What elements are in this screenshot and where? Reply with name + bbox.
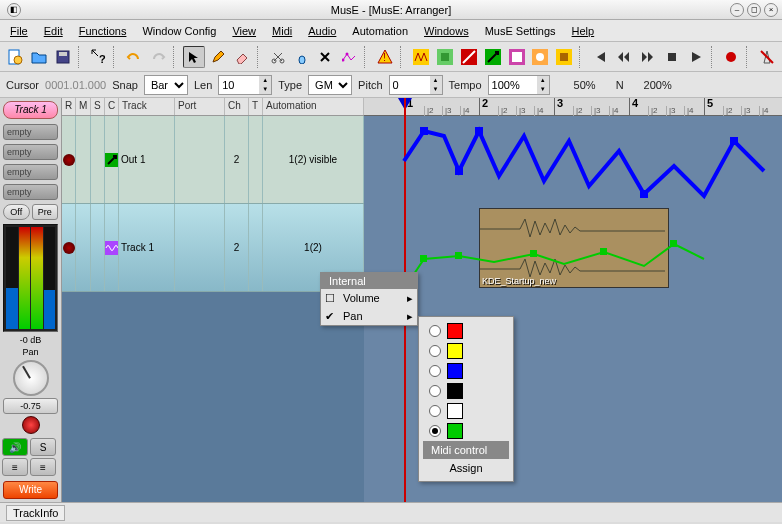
- menu-view[interactable]: View: [226, 23, 262, 39]
- tempo-input[interactable]: [489, 76, 537, 94]
- write-button[interactable]: Write: [3, 481, 58, 499]
- maximize-button[interactable]: ◻: [747, 3, 761, 17]
- ruler[interactable]: 1 |2 |3 |4 2 |2 |3 |4 3 |2 |3 |4 4 |2 |3…: [364, 98, 782, 116]
- col-ch[interactable]: Ch: [225, 98, 249, 115]
- menu-window-config[interactable]: Window Config: [136, 23, 222, 39]
- open-file-icon[interactable]: [28, 46, 50, 68]
- len-spinbox[interactable]: ▲▼: [218, 75, 272, 95]
- glue-tool-icon[interactable]: [291, 46, 313, 68]
- menu-audio[interactable]: Audio: [302, 23, 342, 39]
- color-option[interactable]: [423, 361, 509, 381]
- track-name[interactable]: Out 1: [119, 116, 175, 203]
- mute-tool-icon[interactable]: [315, 46, 337, 68]
- col-r[interactable]: R: [62, 98, 76, 115]
- redo-icon[interactable]: [147, 46, 169, 68]
- col-t[interactable]: T: [249, 98, 263, 115]
- play-icon[interactable]: [685, 46, 707, 68]
- track-row[interactable]: Track 1 2 1(2): [62, 204, 364, 292]
- color-option[interactable]: [423, 421, 509, 441]
- track-type-a-icon[interactable]: [410, 46, 432, 68]
- color-option[interactable]: [423, 401, 509, 421]
- pan-knob[interactable]: [13, 360, 49, 396]
- context-menu-automation[interactable]: Internal ☐ Volume ▸ ✔ Pan ▸: [320, 272, 418, 326]
- col-s[interactable]: S: [91, 98, 105, 115]
- minimize-button[interactable]: –: [730, 3, 744, 17]
- menu-functions[interactable]: Functions: [73, 23, 133, 39]
- pitch-input[interactable]: [390, 76, 430, 94]
- status-trackinfo[interactable]: TrackInfo: [6, 505, 65, 521]
- zoom-200[interactable]: 200%: [644, 79, 672, 91]
- track-row[interactable]: Out 1 2 1(2) visible: [62, 116, 364, 204]
- trackinfo-header[interactable]: Track 1: [3, 101, 58, 119]
- eraser-tool-icon[interactable]: [231, 46, 253, 68]
- undo-icon[interactable]: [123, 46, 145, 68]
- col-m[interactable]: M: [76, 98, 91, 115]
- col-c[interactable]: C: [105, 98, 119, 115]
- routing-b-icon[interactable]: ≡: [30, 458, 56, 476]
- menu-automation[interactable]: Automation: [346, 23, 414, 39]
- track-type-d-icon[interactable]: [482, 46, 504, 68]
- track-name[interactable]: Track 1: [119, 204, 175, 291]
- track-ch[interactable]: 2: [225, 204, 249, 291]
- color-submenu[interactable]: Midi control Assign: [418, 316, 514, 482]
- track-type-e-icon[interactable]: [506, 46, 528, 68]
- menu-midi[interactable]: Midi: [266, 23, 298, 39]
- plugin-slot[interactable]: empty: [3, 144, 58, 160]
- rewind-start-icon[interactable]: [589, 46, 611, 68]
- off-button[interactable]: Off: [3, 204, 30, 220]
- ctx-item-volume[interactable]: ☐ Volume ▸: [321, 289, 417, 307]
- automation-tool-icon[interactable]: [338, 46, 360, 68]
- track-type-g-icon[interactable]: [553, 46, 575, 68]
- forward-icon[interactable]: [637, 46, 659, 68]
- zoom-n[interactable]: N: [616, 79, 624, 91]
- plugin-slot[interactable]: empty: [3, 164, 58, 180]
- track-ch[interactable]: 2: [225, 116, 249, 203]
- close-button[interactable]: ×: [764, 3, 778, 17]
- zoom-50[interactable]: 50%: [574, 79, 596, 91]
- stop-icon[interactable]: [661, 46, 683, 68]
- len-input[interactable]: [219, 76, 259, 94]
- solo-icon[interactable]: S: [30, 438, 56, 456]
- track-automation[interactable]: 1(2) visible: [263, 116, 364, 203]
- track-type-c-icon[interactable]: [458, 46, 480, 68]
- col-track[interactable]: Track: [119, 98, 175, 115]
- color-option[interactable]: [423, 341, 509, 361]
- rec-arm-icon[interactable]: [22, 416, 40, 434]
- rewind-icon[interactable]: [613, 46, 635, 68]
- menu-edit[interactable]: Edit: [38, 23, 69, 39]
- pencil-tool-icon[interactable]: [207, 46, 229, 68]
- pitch-spinbox[interactable]: ▲▼: [389, 75, 443, 95]
- ctx-midi-control[interactable]: Midi control: [423, 441, 509, 459]
- rec-dot-icon[interactable]: [63, 242, 75, 254]
- save-file-icon[interactable]: [52, 46, 74, 68]
- pan-value[interactable]: -0.75: [3, 398, 58, 414]
- whatsthis-icon[interactable]: ?: [88, 46, 110, 68]
- plugin-slot[interactable]: empty: [3, 184, 58, 200]
- color-option[interactable]: [423, 321, 509, 341]
- automation-curve-out[interactable]: [364, 116, 782, 204]
- plugin-slot[interactable]: empty: [3, 124, 58, 140]
- tempo-spinbox[interactable]: ▲▼: [488, 75, 550, 95]
- pointer-tool-icon[interactable]: [183, 46, 205, 68]
- ctx-assign[interactable]: Assign: [423, 459, 509, 477]
- app-menu-icon[interactable]: ◧: [7, 3, 21, 17]
- ctx-item-pan[interactable]: ✔ Pan ▸: [321, 307, 417, 325]
- snap-select[interactable]: Bar: [144, 75, 188, 95]
- col-port[interactable]: Port: [175, 98, 225, 115]
- metronome-off-icon[interactable]: [756, 46, 778, 68]
- routing-a-icon[interactable]: ≡: [2, 458, 28, 476]
- color-option[interactable]: [423, 381, 509, 401]
- cut-tool-icon[interactable]: [267, 46, 289, 68]
- new-file-icon[interactable]: [4, 46, 26, 68]
- automation-curve-track1[interactable]: [364, 204, 782, 292]
- menu-muse-settings[interactable]: MusE Settings: [479, 23, 562, 39]
- type-select[interactable]: GM: [308, 75, 352, 95]
- menu-help[interactable]: Help: [566, 23, 601, 39]
- track-type-f-icon[interactable]: [529, 46, 551, 68]
- menu-file[interactable]: File: [4, 23, 34, 39]
- panic-icon[interactable]: !: [374, 46, 396, 68]
- record-icon[interactable]: [721, 46, 743, 68]
- pre-button[interactable]: Pre: [32, 204, 59, 220]
- menu-windows[interactable]: Windows: [418, 23, 475, 39]
- rec-dot-icon[interactable]: [63, 154, 75, 166]
